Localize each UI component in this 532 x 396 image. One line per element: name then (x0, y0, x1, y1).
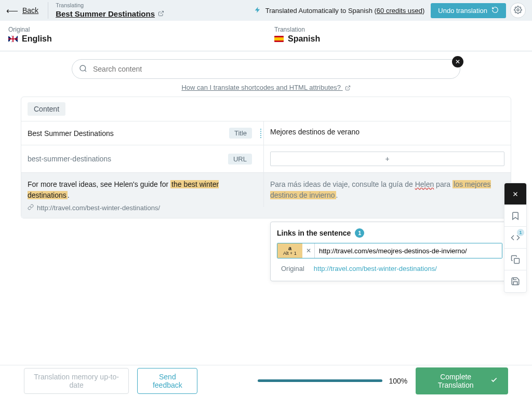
undo-translation-button[interactable]: Undo translation (431, 3, 506, 18)
settings-button[interactable] (510, 3, 526, 18)
spellcheck-error: Helen (415, 180, 434, 188)
svg-line-0 (161, 11, 164, 14)
footer: Translation memory up-to-date Send feedb… (0, 365, 532, 396)
link-input-row: a Alt + 1 ✕ (277, 243, 502, 258)
source-title[interactable]: Best Summer Destinations (28, 129, 114, 138)
links-count-badge: 1 (355, 228, 364, 238)
auto-translation-status: Translated Automatically to Spanish (60 … (254, 6, 425, 15)
close-panel-button[interactable] (504, 183, 526, 205)
svg-line-3 (85, 70, 86, 72)
row-slug: best-summer-destinations URL + (21, 145, 511, 173)
code-badge: 1 (517, 229, 524, 236)
source-slug[interactable]: best-summer-destinations (28, 155, 111, 163)
credits-used[interactable]: 60 credits used (377, 7, 422, 15)
links-panel: Links in the sentence 1 a Alt + 1 ✕ Orig… (270, 222, 509, 281)
save-button[interactable] (504, 270, 526, 292)
remove-link-tag[interactable]: ✕ (302, 243, 315, 258)
content-panel: Content Best Summer Destinations Title M… (21, 97, 511, 219)
svg-line-4 (347, 86, 350, 88)
add-translation-button[interactable]: + (270, 152, 504, 166)
top-bar: ⟵ Back Translating Best Summer Destinati… (0, 0, 532, 21)
progress-group: 100% (258, 377, 407, 385)
document-title: Best Summer Destinations (56, 9, 164, 19)
target-body[interactable]: Para más ideas de viaje, consulte la guí… (270, 179, 504, 201)
original-link-row: Original http://travel.com/best-winter-d… (277, 263, 502, 275)
complete-translation-button[interactable]: Complete Translation (416, 367, 508, 394)
gear-icon (514, 6, 522, 16)
search-input[interactable] (72, 59, 460, 79)
row-title: Best Summer Destinations Title Mejores d… (21, 121, 511, 145)
back-label: Back (22, 6, 38, 15)
back-button[interactable]: ⟵ Back (6, 6, 38, 16)
bookmark-button[interactable] (504, 205, 526, 227)
undo-icon (491, 6, 499, 15)
alt-shortcut-label: a Alt + 1 (277, 243, 302, 258)
pill-url: URL (228, 154, 252, 165)
tab-content[interactable]: Content (28, 102, 65, 116)
svg-point-1 (517, 9, 519, 11)
flag-icon-uk (8, 36, 18, 42)
flag-icon-es (274, 36, 284, 42)
original-label: Original (281, 265, 304, 272)
external-link-icon (158, 9, 164, 19)
document-title-group[interactable]: Translating Best Summer Destinations (56, 2, 164, 18)
translation-memory-button[interactable]: Translation memory up-to-date (24, 368, 129, 394)
check-icon (490, 376, 498, 385)
copy-button[interactable] (504, 249, 526, 270)
link-icon (28, 204, 34, 212)
original-link[interactable]: http://travel.com/best-winter-destinatio… (314, 265, 437, 272)
close-icon: ✕ (455, 58, 460, 65)
link-url-input[interactable] (315, 243, 502, 258)
source-link-line: http://travel.com/best-winter-destinatio… (28, 204, 160, 212)
translation-language: Translation Spanish (266, 21, 532, 50)
plus-icon: + (385, 155, 389, 163)
progress-bar (258, 379, 382, 382)
help-link[interactable]: How can I translate shortcodes and HTML … (181, 84, 350, 91)
divider (48, 2, 48, 19)
tab-row: Content (21, 97, 511, 121)
row-body: For more travel ideas, see Helen's guide… (21, 173, 511, 218)
source-body[interactable]: For more travel ideas, see Helen's guide… (28, 179, 252, 201)
pill-title: Title (229, 128, 252, 139)
progress-percent: 100% (389, 377, 407, 385)
language-bar: Original English Translation Spanish (0, 21, 532, 52)
bolt-icon (254, 6, 261, 15)
side-toolbar: 1 (504, 183, 527, 293)
svg-rect-7 (514, 258, 520, 263)
svg-point-2 (80, 65, 86, 71)
source-link-url[interactable]: http://travel.com/best-winter-destinatio… (37, 204, 160, 212)
translating-label: Translating (56, 2, 164, 9)
target-title[interactable]: Mejores destinos de verano (270, 128, 360, 136)
original-language: Original English (0, 21, 266, 50)
links-header: Links in the sentence 1 (277, 228, 502, 238)
close-search-button[interactable]: ✕ (452, 56, 463, 67)
search-wrap: ✕ (72, 59, 460, 79)
search-icon (79, 64, 87, 74)
send-feedback-button[interactable]: Send feedback (137, 368, 197, 394)
code-button[interactable]: 1 (504, 227, 526, 249)
arrow-left-icon: ⟵ (6, 6, 18, 16)
